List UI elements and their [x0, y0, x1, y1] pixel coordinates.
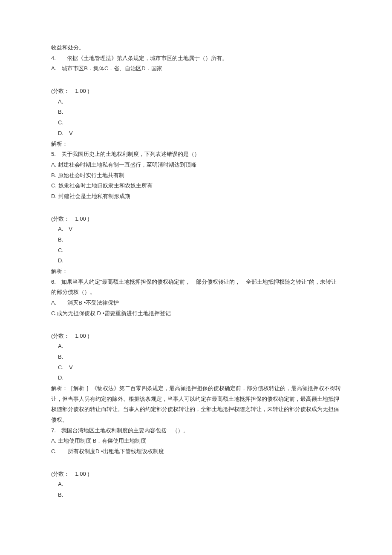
q5-option-a: A. 封建社会时期土地私有制一直盛行，至明清时期达到顶峰 — [51, 160, 341, 170]
q5-option-c: C. 奴隶社会时土地归奴隶主和农奴主所有 — [51, 181, 341, 191]
q6-answer-a: A. — [51, 341, 341, 352]
q5-text: 关于我国历史上的土地权利制度，下列表述错误的是（） — [61, 151, 200, 157]
q6-answer-d: D. — [51, 373, 341, 383]
q4-answer-b: B. — [51, 107, 341, 118]
q4-answer-a: A. — [51, 97, 341, 107]
q6-score: (分数： 1.00 ) — [51, 331, 341, 342]
q5-answer-a: A. V — [51, 224, 341, 235]
q6-text: 如果当事人约定"最高额土地抵押担保的债权确定前， 部分债权转让的， 全部土地抵押… — [51, 279, 337, 296]
q5-option-d: D. 封建社会是土地私有制形成期 — [51, 191, 341, 202]
q6-answer-b: B. — [51, 352, 341, 362]
q5-num: 5. — [51, 151, 56, 157]
q6-explain: 解析：［解析 ］《物权法》第二百零四条规定，最高额抵押担保的债权确定前，部分债权… — [51, 383, 341, 426]
q7-question: 7. 我国台湾地区土地权利制度的主要内容包括 （）。 — [51, 426, 341, 436]
q6-question: 6. 如果当事人约定"最高额土地抵押担保的债权确定前， 部分债权转让的， 全部土… — [51, 277, 341, 298]
q7-score: (分数： 1.00 ) — [51, 469, 341, 480]
q5-answer-c: C. — [51, 245, 341, 256]
q5-option-b: B. 原始社会时实行土地共有制 — [51, 170, 341, 181]
q4-text: 依据《土地管理法》第八条规定，城市市区的土地属于（）所有。 — [67, 55, 228, 61]
q7-num: 7. — [51, 427, 56, 434]
q5-explain: 解析： — [51, 266, 341, 277]
q6-answer-c: C. V — [51, 362, 341, 373]
q7-answer-a: A. — [51, 479, 341, 490]
q5-answer-d: D. — [51, 256, 341, 266]
q7-answer-b: B. — [51, 490, 341, 500]
q7-options-line2: C. 所有权制度D •出租地下管线埋设权制度 — [51, 446, 341, 457]
q7-options-line1: A. 土地使用制度 B．有偿使用土地制度 — [51, 436, 341, 446]
q6-options-line2: C.成为无担保债权 D •需要重新进行土地抵押登记 — [51, 308, 341, 319]
q4-score: (分数： 1.00 ) — [51, 86, 341, 97]
q4-question: 4. 依据《土地管理法》第八条规定，城市市区的土地属于（）所有。 — [51, 53, 341, 64]
q6-options-line1: A. 消灭B •不受法律保护 — [51, 298, 341, 308]
q4-options: A. 城市市区B．集体C．省、自治区D．国家 — [51, 63, 341, 74]
q4-answer-c: C. — [51, 118, 341, 128]
q5-answer-b: B. — [51, 235, 341, 245]
q5-question: 5. 关于我国历史上的土地权利制度，下列表述错误的是（） — [51, 149, 341, 160]
q4-explain: 解析： — [51, 139, 341, 150]
q6-num: 6. — [51, 279, 56, 285]
q4-answer-d: D. V — [51, 128, 341, 139]
q5-score: (分数： 1.00 ) — [51, 214, 341, 224]
q4-num: 4. — [51, 55, 56, 61]
intro-text: 收益和处分。 — [51, 43, 341, 53]
q7-text: 我国台湾地区土地权利制度的主要内容包括 （）。 — [61, 427, 189, 434]
